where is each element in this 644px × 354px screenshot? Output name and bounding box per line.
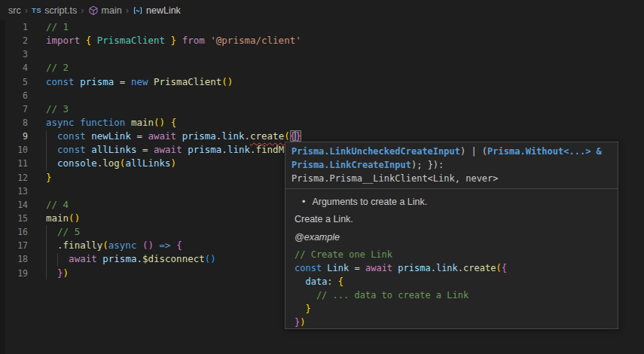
- code-text: const newLink = await prisma.link.create…: [46, 130, 301, 143]
- symbol-variable-icon: [133, 5, 143, 16]
- code-token: }: [305, 304, 310, 314]
- code-text: // 4: [46, 198, 69, 212]
- code-token: await: [69, 253, 97, 264]
- code-token: PrismaClient: [154, 76, 221, 87]
- code-token: &: [597, 146, 602, 157]
- code-token: (): [142, 240, 154, 251]
- code-line[interactable]: 1// 1: [0, 20, 644, 34]
- code-token: // 4: [46, 199, 69, 210]
- line-number[interactable]: 9: [0, 130, 28, 143]
- code-token: $disconnect: [142, 253, 205, 264]
- code-token: =: [114, 76, 131, 87]
- line-number[interactable]: 7: [0, 102, 28, 116]
- code-token: const: [295, 263, 322, 273]
- line-number[interactable]: 15: [0, 212, 28, 225]
- chevron-right-icon: ›: [126, 5, 129, 16]
- breadcrumb-item-src[interactable]: src: [8, 5, 21, 16]
- code-token: new: [131, 76, 148, 87]
- line-number[interactable]: 12: [0, 171, 28, 185]
- breadcrumb-label: newLink: [146, 5, 181, 16]
- code-token: (): [154, 117, 165, 128]
- signature-line: Prisma.LinkCreateInput); }):: [291, 158, 612, 172]
- code-token: main: [131, 117, 154, 128]
- tooltip-bullet-text: Arguments to create a Link.: [312, 197, 427, 207]
- code-line[interactable]: 3: [0, 47, 644, 61]
- code-line[interactable]: 7// 3: [0, 102, 644, 116]
- code-token: await: [148, 130, 177, 142]
- example-code-line: const Link = await prisma.link.create({: [295, 261, 609, 275]
- code-token: Link: [327, 263, 349, 273]
- code-token: }: [295, 130, 301, 142]
- line-number[interactable]: 5: [0, 75, 28, 89]
- tooltip-signature-section: Prisma.LinkUncheckedCreateInput) | (Pris…: [285, 142, 618, 189]
- example-code-line: }: [295, 302, 609, 316]
- code-token: [295, 304, 305, 314]
- tooltip-jsdoc-tag: @example: [295, 232, 609, 243]
- code-token: ): [63, 267, 69, 279]
- code-token: }: [57, 267, 63, 279]
- code-token: const: [57, 130, 86, 142]
- code-token: [46, 253, 69, 264]
- code-token: [165, 35, 171, 46]
- code-token: ): [300, 317, 305, 328]
- code-token: [295, 276, 305, 287]
- code-text: main(): [46, 212, 80, 225]
- code-token: (: [102, 240, 108, 251]
- code-token: main: [46, 212, 69, 224]
- vscode-editor-window: { "breadcrumb": { "separator": "›", "ite…: [0, 0, 644, 354]
- code-token: [80, 35, 86, 46]
- line-number[interactable]: 8: [0, 116, 28, 130]
- code-token: (): [221, 76, 233, 87]
- typescript-file-icon: TS: [32, 6, 41, 14]
- code-token: // ... data to create a Link: [295, 290, 469, 301]
- code-token: [148, 76, 154, 87]
- example-code-line: }): [295, 316, 609, 329]
- line-number[interactable]: 11: [0, 157, 28, 170]
- code-token: [176, 35, 182, 46]
- code-token: console: [57, 157, 97, 169]
- breadcrumb-item-symbol-newlink[interactable]: newLink: [133, 5, 181, 16]
- code-line[interactable]: 2import { PrismaClient } from '@prisma/c…: [0, 34, 644, 47]
- code-token: import: [46, 35, 80, 46]
- code-text: // 3: [46, 102, 69, 116]
- signature-line: Prisma.LinkUncheckedCreateInput) | (Pris…: [291, 145, 612, 158]
- code-token: finally: [63, 240, 103, 251]
- code-token: allLinks: [125, 157, 170, 169]
- line-number[interactable]: 17: [0, 239, 28, 252]
- line-number[interactable]: 18: [0, 252, 28, 266]
- breadcrumb-item-symbol-main[interactable]: main: [88, 5, 122, 16]
- code-token: // 3: [46, 103, 69, 114]
- code-token: (: [284, 130, 290, 142]
- line-number[interactable]: 3: [0, 47, 28, 61]
- line-number[interactable]: 6: [0, 89, 28, 102]
- code-token: create: [463, 263, 496, 273]
- line-number[interactable]: 13: [0, 185, 28, 198]
- code-token: async: [46, 117, 75, 128]
- code-line[interactable]: 8async function main() {: [0, 116, 644, 130]
- code-token: const: [46, 76, 75, 87]
- code-token: Prisma.LinkUncheckedCreateInput: [291, 146, 460, 157]
- code-token: ) | (: [460, 146, 487, 157]
- code-text: }): [46, 267, 69, 280]
- code-token: ): [171, 157, 177, 169]
- code-token: Prisma.LinkCreateInput: [291, 160, 411, 170]
- code-line[interactable]: 6: [0, 89, 644, 102]
- code-token: Prisma.Without<...>: [487, 146, 591, 157]
- signature-line: Prisma.Prisma__LinkClient<Link, never>: [291, 172, 612, 185]
- code-line[interactable]: 5const prisma = new PrismaClient(): [0, 75, 644, 89]
- breadcrumb-item-file[interactable]: TS script.ts: [32, 5, 77, 16]
- line-number[interactable]: 10: [0, 143, 28, 157]
- line-number[interactable]: 1: [0, 20, 28, 34]
- code-token: {: [176, 240, 182, 251]
- code-line[interactable]: 4// 2: [0, 61, 644, 75]
- example-code-line: // ... data to create a Link: [295, 288, 609, 302]
- line-number[interactable]: 19: [0, 267, 28, 280]
- code-token: prisma: [398, 263, 430, 273]
- code-token: // 2: [46, 62, 69, 73]
- line-number[interactable]: 2: [0, 34, 28, 47]
- bullet-icon: [302, 197, 305, 207]
- line-number[interactable]: 16: [0, 225, 28, 239]
- line-number[interactable]: 4: [0, 61, 28, 75]
- line-number[interactable]: 14: [0, 198, 28, 212]
- code-token: prisma: [188, 144, 221, 155]
